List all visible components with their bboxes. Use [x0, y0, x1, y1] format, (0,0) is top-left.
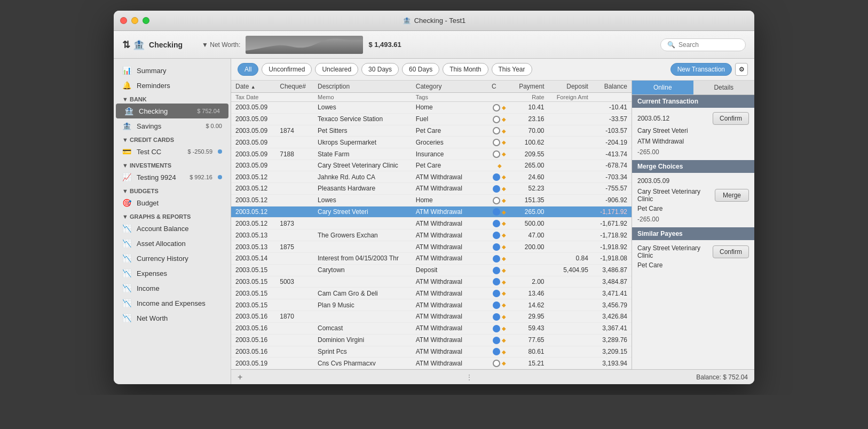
budgets-header: ▼ BUDGETS: [114, 185, 231, 195]
filter-this-month[interactable]: This Month: [443, 63, 488, 76]
sidebar-item-test-cc[interactable]: 💳 Test CC $ -250.59: [114, 144, 231, 159]
cell-cleared: ◆: [487, 241, 511, 253]
diamond-icon: ◆: [502, 279, 506, 285]
filter-uncleared[interactable]: Uncleared: [315, 63, 358, 76]
table-row[interactable]: 2003.05.13 1875 ATM Withdrawal ◆ 200.00 …: [231, 241, 632, 253]
filter-30days[interactable]: 30 Days: [361, 63, 399, 76]
cell-desc: Pleasants Hardware: [313, 182, 412, 194]
cell-balance: -10.41: [593, 102, 632, 114]
cell-balance: -755.57: [593, 182, 632, 194]
tab-details[interactable]: Details: [693, 81, 755, 94]
subcol-memo: Memo: [313, 93, 412, 102]
table-row[interactable]: 2003.05.16 1870 ATM Withdrawal ◆ 29.95 3…: [231, 311, 632, 323]
diamond-icon: ◆: [502, 314, 506, 320]
table-row[interactable]: 2003.05.15 Carytown Deposit ◆ 5,404.95 3…: [231, 264, 632, 276]
table-row[interactable]: 2003.05.19 Cns Cvs Pharmacxv ATM Withdra…: [231, 358, 632, 369]
cell-desc: Sprint Pcs: [313, 346, 412, 358]
traffic-lights: [120, 17, 149, 24]
cell-deposit: [549, 194, 593, 206]
new-transaction-button[interactable]: New Transaction: [670, 63, 732, 76]
cell-payment: 52.23: [511, 182, 548, 194]
sidebar-item-account-balance[interactable]: 📉 Account Balance: [114, 221, 231, 236]
cleared-blue-icon: [493, 232, 500, 239]
table-row[interactable]: 2003.05.09 7188 State Farm Insurance ◆ 2…: [231, 148, 632, 160]
sidebar-item-net-worth[interactable]: 📉 Net Worth: [114, 311, 231, 325]
table-row[interactable]: 2003.05.09 Ukrops Supermarket Groceries …: [231, 137, 632, 148]
cell-balance: 3,289.76: [593, 334, 632, 346]
merge-button[interactable]: Merge: [715, 189, 749, 202]
table-row[interactable]: 2003.05.15 Plan 9 Music ATM Withdrawal ◆…: [231, 299, 632, 311]
cleared-blue-icon: [493, 255, 500, 263]
cell-cleared: ◆: [487, 148, 511, 160]
cell-cleared: ◆: [487, 346, 511, 358]
cell-balance: -103.57: [593, 125, 632, 137]
merge-payee-row: Cary Street Veterinary Clinic Merge: [637, 188, 749, 203]
table-row[interactable]: 2003.05.12 Pleasants Hardware ATM Withdr…: [231, 182, 632, 194]
search-input[interactable]: [678, 41, 739, 49]
table-row[interactable]: 2003.05.12 Jahnke Rd. Auto CA ATM Withdr…: [231, 171, 632, 183]
cell-payment: 77.65: [511, 334, 548, 346]
cell-cleared: ◆: [487, 264, 511, 276]
confirm-button-2[interactable]: Confirm: [713, 245, 749, 258]
tab-online[interactable]: Online: [632, 81, 693, 94]
table-row[interactable]: 2003.05.09 Lowes Home ◆ 10.41 -10.41: [231, 102, 632, 114]
cell-category: ATM Withdrawal: [412, 206, 487, 218]
sidebar-item-budget[interactable]: 🎯 Budget: [114, 195, 231, 210]
cell-cheque: [275, 346, 313, 358]
sidebar-item-expenses[interactable]: 📉 Expenses: [114, 266, 231, 281]
cell-cheque: [275, 182, 313, 194]
diamond-icon: ◆: [502, 325, 506, 331]
sidebar-item-income-expenses[interactable]: 📉 Income and Expenses: [114, 296, 231, 311]
confirm-button-1[interactable]: Confirm: [713, 112, 749, 125]
cell-cheque: [275, 299, 313, 311]
cell-cheque: 1875: [275, 241, 313, 253]
add-transaction-button[interactable]: +: [238, 372, 242, 382]
table-row[interactable]: 2003.05.16 Sprint Pcs ATM Withdrawal ◆ 8…: [231, 346, 632, 358]
minimize-button[interactable]: [131, 17, 138, 24]
panel-tabs: Online Details: [632, 81, 754, 95]
sidebar-item-asset-allocation[interactable]: 📉 Asset Allocation: [114, 236, 231, 251]
account-selector[interactable]: ⇅ 🏦 Checking: [122, 39, 183, 51]
table-row[interactable]: 2003.05.13 The Growers Exchan ATM Withdr…: [231, 229, 632, 241]
cell-cleared: ◆: [487, 358, 511, 369]
table-row[interactable]: 2003.05.16 Comcast ATM Withdrawal ◆ 59.4…: [231, 322, 632, 334]
cell-cleared: ◆: [487, 252, 511, 264]
table-row[interactable]: 2003.05.12 Lowes Home ◆ 151.35 -906.92: [231, 194, 632, 206]
table-row[interactable]: 2003.05.14 Interest from 04/15/2003 Thr …: [231, 252, 632, 264]
similar-payee-row: Cary Street Veterinary Clinic Confirm: [637, 244, 749, 259]
filter-all[interactable]: All: [238, 63, 258, 76]
sidebar-item-income[interactable]: 📉 Income: [114, 281, 231, 296]
cell-date: 2003.05.16: [231, 311, 275, 323]
table-row[interactable]: 2003.05.12 1873 ATM Withdrawal ◆ 500.00 …: [231, 218, 632, 229]
table-row[interactable]: 2003.05.09 1874 Pet Sitters Pet Care ◆ 7…: [231, 125, 632, 137]
maximize-button[interactable]: [143, 17, 149, 24]
table-row[interactable]: 2003.05.09 Texaco Service Station Fuel ◆…: [231, 113, 632, 125]
cell-date: 2003.05.12: [231, 218, 275, 229]
status-bar: + ⋮ Balance: $ 752.04: [231, 369, 754, 384]
search-box[interactable]: 🔍: [660, 38, 746, 51]
table-row[interactable]: 2003.05.09 Cary Street Veterinary Clinic…: [231, 160, 632, 171]
investments-header: ▼ INVESTMENTS: [114, 159, 231, 170]
table-row[interactable]: 2003.05.15 Cam Cam Gro & Deli ATM Withdr…: [231, 288, 632, 299]
table-row[interactable]: 2003.05.12 Cary Street Veteri ATM Withdr…: [231, 206, 632, 218]
close-button[interactable]: [120, 17, 127, 24]
sidebar-item-testing[interactable]: 📈 Testing 9924 $ 992.16: [114, 170, 231, 185]
cell-desc: Pet Sitters: [313, 125, 412, 137]
sidebar-item-reminders[interactable]: 🔔 Reminders: [114, 78, 231, 93]
sidebar-item-summary[interactable]: 📊 Summary: [114, 63, 231, 78]
diamond-icon: ◆: [502, 337, 506, 343]
sidebar-item-savings[interactable]: 🏦 Savings $ 0.00: [114, 118, 231, 133]
cell-date: 2003.05.13: [231, 229, 275, 241]
cell-balance: -703.34: [593, 171, 632, 183]
filter-this-year[interactable]: This Year: [492, 63, 532, 76]
table-row[interactable]: 2003.05.16 Dominion Virgini ATM Withdraw…: [231, 334, 632, 346]
cleared-blue-icon: [493, 173, 500, 181]
cell-desc: Plan 9 Music: [313, 299, 412, 311]
table-row[interactable]: 2003.05.15 5003 ATM Withdrawal ◆ 2.00 3,…: [231, 276, 632, 288]
filter-60days[interactable]: 60 Days: [402, 63, 439, 76]
filter-settings-button[interactable]: ⚙: [735, 63, 748, 76]
sidebar-item-currency-history[interactable]: 📉 Currency History: [114, 251, 231, 266]
sidebar-item-checking[interactable]: 🏦 Checking $ 752.04: [116, 104, 228, 118]
cell-desc: [313, 218, 412, 229]
filter-unconfirmed[interactable]: Unconfirmed: [262, 63, 312, 76]
